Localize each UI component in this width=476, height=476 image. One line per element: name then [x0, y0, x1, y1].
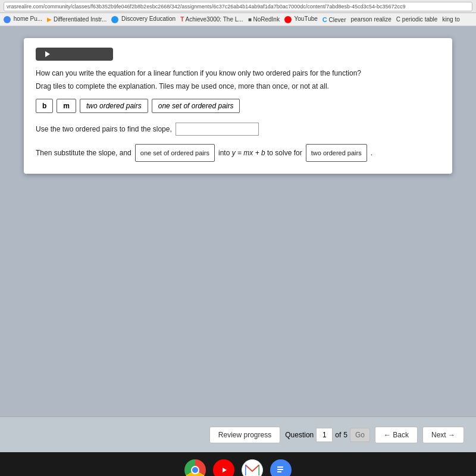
main-area: How can you write the equation for a lin… [0, 26, 476, 405]
slope-row: Use the two ordered pairs to find the sl… [36, 123, 440, 136]
bottom-nav: Review progress Question of 5 Go ← Back … [0, 416, 476, 452]
bookmark-nored-icon: ■ [248, 16, 252, 23]
next-button[interactable]: Next → [422, 427, 464, 443]
bookmark-periodic[interactable]: C periodic table [396, 16, 437, 23]
taskbar-youtube-icon[interactable] [213, 459, 234, 476]
bookmark-youtube-icon [284, 16, 292, 23]
of-text: of [335, 431, 341, 439]
bookmark-disc-icon [111, 16, 118, 23]
bookmark-youtube-label: YouTube [295, 15, 318, 22]
bookmark-king-label: king to [442, 16, 459, 23]
bookmark-home-icon [4, 16, 11, 23]
slope-input-box[interactable] [176, 123, 259, 136]
gdocs-file-icon [274, 462, 287, 476]
total-questions: 5 [343, 431, 347, 439]
bookmark-ach-icon: T [180, 16, 184, 23]
spacer [0, 405, 476, 416]
bookmark-home[interactable]: home Pu... [4, 15, 42, 23]
question-main: How can you write the equation for a lin… [36, 68, 440, 79]
slope-prefix: Use the two ordered pairs to find the sl… [36, 125, 172, 133]
bookmark-pearson[interactable]: pearson realize [350, 16, 391, 23]
gmail-envelope-icon [245, 465, 259, 475]
bookmark-disc[interactable]: Discovery Education [111, 15, 176, 23]
bookmark-youtube[interactable]: YouTube [284, 15, 318, 23]
substitute-tile[interactable]: one set of ordered pairs [135, 144, 215, 162]
substitute-row: Then substitute the slope, and one set o… [36, 144, 440, 162]
bookmark-home-label: home Pu... [14, 15, 42, 22]
bookmark-ach-label: Achieve3000: The L... [186, 16, 243, 23]
bookmark-king[interactable]: king to [442, 16, 459, 23]
content-card: How can you write the equation for a lin… [24, 38, 452, 174]
tiles-row: b m two ordered pairs one set of ordered… [36, 99, 440, 113]
bookmark-clever-icon: C [322, 16, 327, 23]
question-instruction: Drag tiles to complete the explanation. … [36, 81, 440, 92]
url-bar[interactable]: vrasrealire.com/community/classes/f63b35… [4, 2, 472, 11]
bookmark-diff-label: Differentiated Instr... [54, 16, 107, 23]
substitute-end-tile[interactable]: two ordered pairs [306, 144, 367, 162]
bookmarks-bar: home Pu... ▶ Differentiated Instr... Dis… [0, 13, 476, 26]
go-button[interactable]: Go [350, 428, 370, 442]
bookmark-diff-icon: ▶ [47, 16, 52, 23]
bookmark-clever[interactable]: C Clever [322, 16, 346, 23]
taskbar-chrome-icon[interactable] [184, 459, 206, 476]
tile-one-set[interactable]: one set of ordered pairs [152, 99, 240, 113]
bookmark-periodic-label: C periodic table [396, 16, 437, 23]
play-button[interactable] [36, 48, 113, 61]
bookmark-clever-label: Clever [329, 17, 346, 23]
browser-bar: vrasrealire.com/community/classes/f63b35… [0, 0, 476, 13]
question-text: How can you write the equation for a lin… [36, 68, 440, 92]
back-button[interactable]: ← Back [375, 427, 418, 443]
substitute-middle: into y = mx + b to solve for [218, 146, 302, 160]
youtube-play-icon [218, 466, 230, 474]
substitute-prefix: Then substitute the slope, and [36, 146, 131, 160]
bookmark-ach[interactable]: T Achieve3000: The L... [180, 16, 243, 23]
bookmark-disc-label: Discovery Education [121, 15, 176, 22]
question-number-input[interactable] [316, 428, 333, 442]
svg-rect-8 [277, 471, 281, 472]
taskbar [0, 452, 476, 476]
chrome-center [191, 466, 199, 474]
question-nav: Question of 5 Go [285, 428, 370, 442]
review-progress-button[interactable]: Review progress [209, 427, 280, 443]
taskbar-gmail-icon[interactable] [242, 459, 263, 476]
svg-rect-7 [277, 469, 283, 470]
url-text: vrasrealire.com/community/classes/f63b35… [7, 4, 405, 10]
tile-b[interactable]: b [36, 99, 53, 113]
tile-m[interactable]: m [57, 99, 76, 113]
svg-rect-6 [277, 466, 283, 468]
bookmark-nored-label: NoRedInk [253, 16, 279, 23]
taskbar-gdocs-icon[interactable] [270, 459, 292, 476]
bookmark-pearson-label: pearson realize [350, 16, 391, 23]
tile-two-ordered[interactable]: two ordered pairs [80, 99, 148, 113]
play-icon [45, 51, 50, 57]
question-label: Question [285, 431, 314, 439]
bookmark-nored[interactable]: ■ NoRedInk [248, 16, 280, 23]
substitute-period: . [371, 146, 372, 160]
bookmark-diff[interactable]: ▶ Differentiated Instr... [47, 16, 107, 23]
